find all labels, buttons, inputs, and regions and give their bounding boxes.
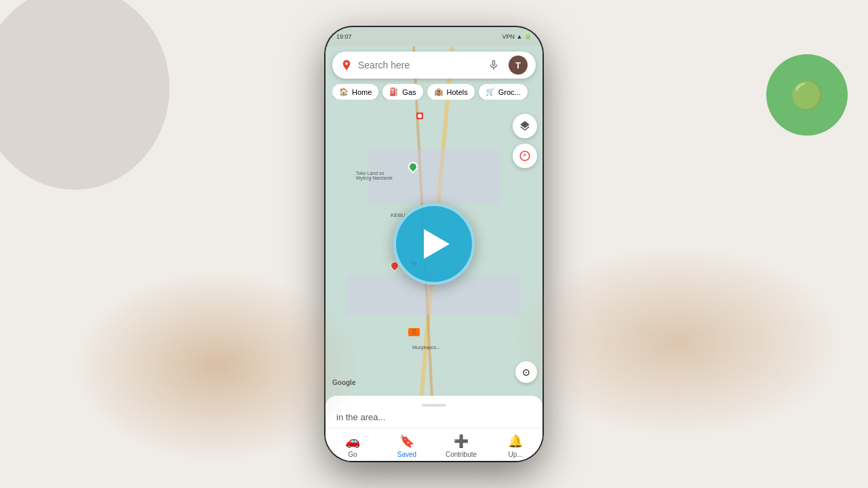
home-icon: 🏠: [339, 87, 349, 96]
chip-gas-label: Gas: [402, 88, 416, 96]
status-time: 19:07: [336, 33, 352, 40]
chip-hotels[interactable]: 🏨 Hotels: [427, 84, 475, 100]
gas-icon: ⛽: [389, 87, 399, 96]
search-input[interactable]: Search here: [358, 60, 479, 70]
chip-hotels-label: Hotels: [447, 88, 468, 96]
chip-groceries-label: Groc...: [498, 88, 521, 96]
bottom-sheet[interactable]: in the area... 🚗 Go 🔖 Saved ➕ Contribute: [326, 396, 542, 461]
user-avatar[interactable]: T: [509, 56, 528, 75]
play-triangle-icon: [424, 229, 450, 259]
nav-go-icon: 🚗: [345, 434, 360, 449]
groceries-icon: 🛒: [486, 87, 495, 96]
nav-contribute[interactable]: ➕ Contribute: [434, 434, 488, 458]
chip-groceries[interactable]: 🛒 Groc...: [479, 84, 528, 100]
nav-updates-label: Up...: [508, 451, 522, 458]
chip-home-label: Home: [352, 88, 372, 96]
bottom-sheet-text: in the area...: [326, 412, 542, 428]
bottom-nav: 🚗 Go 🔖 Saved ➕ Contribute 🔔 Up...: [326, 428, 542, 461]
nav-saved-label: Saved: [397, 451, 416, 458]
nav-go-label: Go: [348, 451, 357, 458]
map-marker-top: [416, 113, 423, 119]
my-location-button[interactable]: ⊙: [515, 361, 537, 383]
status-left: 19:07: [336, 33, 352, 40]
status-right: VPN ▲ 🔋: [502, 33, 532, 40]
nav-go[interactable]: 🚗 Go: [326, 434, 380, 458]
hotels-icon: 🏨: [434, 87, 443, 96]
search-bar[interactable]: Search here T: [332, 52, 536, 79]
map-label-muzyka: Muzykapco...: [412, 345, 440, 350]
status-bar: 19:07 VPN ▲ 🔋: [326, 27, 542, 46]
voice-search-icon[interactable]: [484, 56, 503, 75]
map-marker-muzyka: 🎵: [408, 328, 420, 336]
nav-updates-icon: 🔔: [508, 434, 523, 449]
status-icons: VPN ▲ 🔋: [502, 33, 532, 40]
map-controls: [513, 114, 537, 168]
chip-home[interactable]: 🏠 Home: [332, 84, 378, 100]
google-watermark: Google: [332, 379, 355, 386]
category-chips: 🏠 Home ⛽ Gas 🏨 Hotels 🛒 Groc...: [332, 84, 536, 100]
play-button[interactable]: [393, 203, 475, 285]
play-button-circle: [393, 203, 475, 285]
sticker-decoration: 🟢: [766, 54, 848, 136]
chip-gas[interactable]: ⛽ Gas: [382, 84, 422, 100]
bottom-sheet-handle: [422, 404, 446, 407]
nav-saved[interactable]: 🔖 Saved: [380, 434, 434, 458]
layers-button[interactable]: [513, 114, 537, 138]
nav-saved-icon: 🔖: [399, 434, 414, 449]
nav-contribute-icon: ➕: [454, 434, 469, 449]
nav-contribute-label: Contribute: [446, 451, 477, 458]
map-pin-green: [408, 162, 418, 174]
map-label-toko: Toko Land soWyścig Narciarsk: [356, 171, 410, 180]
nav-updates[interactable]: 🔔 Up...: [488, 434, 542, 458]
compass-button[interactable]: [513, 144, 537, 168]
maps-logo-icon: [340, 59, 353, 71]
